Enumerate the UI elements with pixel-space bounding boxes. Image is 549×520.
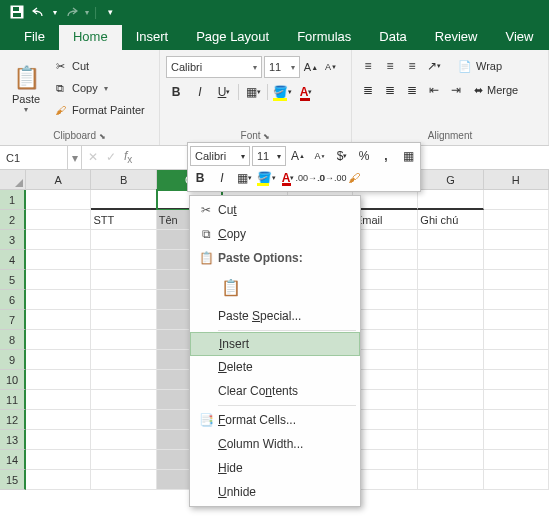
align-right-button[interactable]: ≣ [402, 80, 422, 100]
tab-home[interactable]: Home [59, 25, 122, 50]
mini-format-painter[interactable]: 🖌 [344, 168, 364, 188]
cell-B10[interactable] [91, 370, 156, 390]
format-painter-button[interactable]: 🖌Format Painter [50, 100, 147, 120]
cell-B4[interactable] [91, 250, 156, 270]
cell-G14[interactable] [418, 450, 483, 470]
ctx-insert[interactable]: Insert [190, 332, 360, 356]
cell-G4[interactable] [418, 250, 483, 270]
row-header-3[interactable]: 3 [0, 230, 26, 250]
cell-A6[interactable] [26, 290, 91, 310]
cell-G8[interactable] [418, 330, 483, 350]
align-left-button[interactable]: ≣ [358, 80, 378, 100]
cell-B9[interactable] [91, 350, 156, 370]
col-header-A[interactable]: A [26, 170, 91, 190]
col-header-G[interactable]: G [418, 170, 483, 190]
cell-A7[interactable] [26, 310, 91, 330]
cell-H7[interactable] [484, 310, 549, 330]
cell-F9[interactable] [353, 350, 418, 370]
name-box-dropdown[interactable]: ▾ [68, 146, 82, 169]
name-box[interactable]: C1 [0, 146, 68, 169]
cell-G10[interactable] [418, 370, 483, 390]
cell-F2[interactable]: Email [353, 210, 418, 230]
orientation-button[interactable]: ↗▾ [424, 56, 444, 76]
font-name-combo[interactable]: Calibri▾ [166, 56, 262, 78]
enter-formula-button[interactable]: ✓ [106, 150, 116, 164]
cell-B5[interactable] [91, 270, 156, 290]
cell-H13[interactable] [484, 430, 549, 450]
cut-button[interactable]: ✂Cut [50, 56, 147, 76]
cell-F15[interactable] [353, 470, 418, 490]
mini-accounting-format[interactable]: $▾ [332, 146, 352, 166]
align-top-button[interactable]: ≡ [358, 56, 378, 76]
select-all-corner[interactable] [0, 170, 26, 190]
mini-conditional-format[interactable]: ▦ [398, 146, 418, 166]
row-header-11[interactable]: 11 [0, 390, 26, 410]
cell-G7[interactable] [418, 310, 483, 330]
cell-B15[interactable] [91, 470, 156, 490]
cancel-formula-button[interactable]: ✕ [88, 150, 98, 164]
cell-H5[interactable] [484, 270, 549, 290]
col-header-H[interactable]: H [484, 170, 549, 190]
cell-A14[interactable] [26, 450, 91, 470]
ctx-unhide[interactable]: Unhide [190, 480, 360, 504]
font-color-button[interactable]: A▾ [296, 82, 316, 102]
cell-A9[interactable] [26, 350, 91, 370]
fill-color-button[interactable]: 🪣▾ [272, 82, 292, 102]
cell-H12[interactable] [484, 410, 549, 430]
cell-G13[interactable] [418, 430, 483, 450]
fx-button[interactable]: fx [124, 149, 132, 165]
decrease-font-button[interactable]: A▼ [322, 56, 340, 78]
decrease-indent-button[interactable]: ⇤ [424, 80, 444, 100]
cell-B6[interactable] [91, 290, 156, 310]
row-header-1[interactable]: 1 [0, 190, 26, 210]
tab-page-layout[interactable]: Page Layout [182, 25, 283, 50]
cell-F12[interactable] [353, 410, 418, 430]
wrap-text-button[interactable]: 📄Wrap [458, 60, 502, 73]
cell-H4[interactable] [484, 250, 549, 270]
tab-review[interactable]: Review [421, 25, 492, 50]
cell-G9[interactable] [418, 350, 483, 370]
mini-bold[interactable]: B [190, 168, 210, 188]
ctx-column-width[interactable]: Column Width... [190, 432, 360, 456]
font-size-combo[interactable]: 11▾ [264, 56, 300, 78]
row-header-6[interactable]: 6 [0, 290, 26, 310]
cell-A13[interactable] [26, 430, 91, 450]
row-header-4[interactable]: 4 [0, 250, 26, 270]
row-header-8[interactable]: 8 [0, 330, 26, 350]
copy-button[interactable]: ⧉Copy▾ [50, 78, 147, 98]
cell-A10[interactable] [26, 370, 91, 390]
tab-view[interactable]: View [491, 25, 547, 50]
paste-button[interactable]: 📋 Paste ▾ [6, 56, 46, 122]
col-header-B[interactable]: B [91, 170, 156, 190]
row-header-10[interactable]: 10 [0, 370, 26, 390]
mini-increase-font[interactable]: A▲ [288, 146, 308, 166]
cell-G15[interactable] [418, 470, 483, 490]
underline-button[interactable]: U▾ [214, 82, 234, 102]
cell-H10[interactable] [484, 370, 549, 390]
cell-H11[interactable] [484, 390, 549, 410]
cell-F10[interactable] [353, 370, 418, 390]
cell-B3[interactable] [91, 230, 156, 250]
cell-H14[interactable] [484, 450, 549, 470]
align-center-button[interactable]: ≣ [380, 80, 400, 100]
cell-A5[interactable] [26, 270, 91, 290]
ctx-hide[interactable]: Hide [190, 456, 360, 480]
cell-F7[interactable] [353, 310, 418, 330]
cell-H6[interactable] [484, 290, 549, 310]
cell-F8[interactable] [353, 330, 418, 350]
cell-F11[interactable] [353, 390, 418, 410]
mini-italic[interactable]: I [212, 168, 232, 188]
cell-F1[interactable] [353, 190, 418, 210]
ctx-clear-contents[interactable]: Clear Contents [190, 379, 360, 403]
cell-G2[interactable]: Ghi chú [418, 210, 483, 230]
align-bottom-button[interactable]: ≡ [402, 56, 422, 76]
border-button[interactable]: ▦▾ [243, 82, 263, 102]
cell-A12[interactable] [26, 410, 91, 430]
increase-font-button[interactable]: A▲ [302, 56, 320, 78]
tab-data[interactable]: Data [365, 25, 420, 50]
cell-G11[interactable] [418, 390, 483, 410]
cell-A1[interactable] [26, 190, 91, 210]
cell-H3[interactable] [484, 230, 549, 250]
cell-B11[interactable] [91, 390, 156, 410]
cell-G6[interactable] [418, 290, 483, 310]
